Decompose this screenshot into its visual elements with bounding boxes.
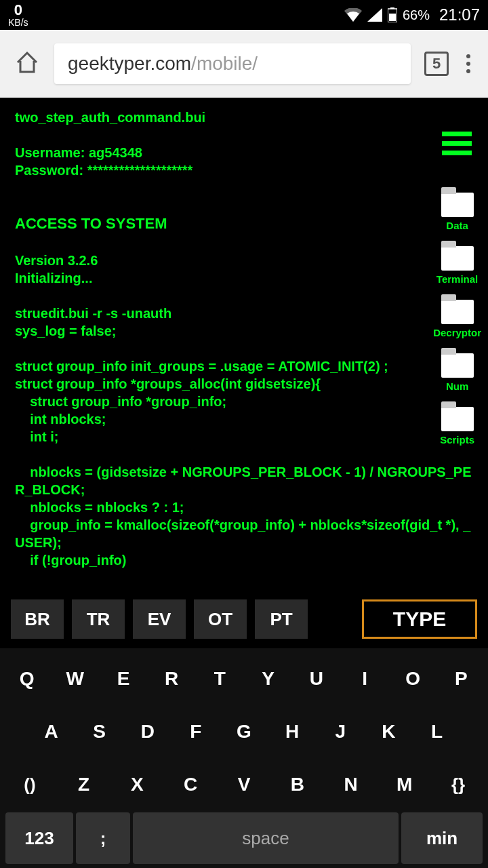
keyboard-row-1: Q W E R T Y U I O P	[3, 652, 485, 705]
key-x[interactable]: X	[110, 758, 164, 811]
key-m[interactable]: M	[378, 758, 431, 811]
folder-terminal[interactable]: Terminal	[433, 246, 481, 285]
suggest-ev[interactable]: EV	[133, 599, 186, 639]
type-button[interactable]: TYPE	[362, 599, 477, 639]
access-heading: ACCESS TO SYSTEM	[15, 215, 167, 232]
key-semicolon[interactable]: ;	[76, 812, 130, 864]
key-v[interactable]: V	[218, 758, 271, 811]
suggest-pt[interactable]: PT	[255, 599, 308, 639]
key-d[interactable]: D	[123, 705, 171, 758]
keyboard-row-2: A S D F G H J K L	[3, 705, 485, 758]
speed-value: 0	[14, 3, 22, 18]
key-i[interactable]: I	[340, 652, 388, 705]
key-q[interactable]: Q	[3, 652, 51, 705]
folder-icon	[441, 407, 474, 431]
suggest-tr[interactable]: TR	[72, 599, 125, 639]
folder-label: Scripts	[440, 434, 474, 446]
key-space[interactable]: space	[133, 812, 399, 864]
folder-icon	[441, 193, 474, 217]
soft-keyboard: Q W E R T Y U I O P A S D F G H J K L ()…	[0, 648, 488, 868]
home-icon[interactable]	[14, 49, 41, 79]
key-s[interactable]: S	[75, 705, 123, 758]
tab-count-value: 5	[432, 55, 441, 73]
key-g[interactable]: G	[220, 705, 268, 758]
speed-unit: KB/s	[8, 18, 28, 27]
folder-decryptor[interactable]: Decryptor	[433, 300, 481, 338]
folder-num[interactable]: Num	[433, 353, 481, 392]
key-e[interactable]: E	[99, 652, 147, 705]
key-braces[interactable]: {}	[431, 758, 485, 811]
folder-icon	[441, 246, 474, 271]
url-bar[interactable]: geektyper.com/mobile/	[54, 43, 411, 84]
folder-sidebar: Data Terminal Decryptor Num Scripts	[433, 193, 481, 446]
key-min[interactable]: min	[401, 812, 483, 864]
folder-scripts[interactable]: Scripts	[433, 407, 481, 446]
key-123[interactable]: 123	[5, 812, 73, 864]
android-status-bar: 0 KB/s 66% 21:07	[0, 0, 488, 30]
folder-label: Data	[446, 220, 468, 231]
key-t[interactable]: T	[196, 652, 244, 705]
folder-icon	[441, 353, 474, 378]
suggestion-bar: BR TR EV OT PT TYPE	[0, 590, 488, 648]
clock: 21:07	[439, 5, 480, 24]
signal-icon	[367, 8, 382, 22]
key-c[interactable]: C	[164, 758, 218, 811]
battery-icon	[388, 7, 397, 22]
key-k[interactable]: K	[365, 705, 413, 758]
hamburger-menu-icon[interactable]	[442, 132, 472, 155]
folder-data[interactable]: Data	[433, 193, 481, 231]
folder-icon	[441, 300, 474, 324]
key-u[interactable]: U	[292, 652, 340, 705]
key-z[interactable]: Z	[57, 758, 110, 811]
folder-label: Terminal	[436, 273, 478, 285]
network-speed: 0 KB/s	[8, 3, 28, 27]
key-o[interactable]: O	[389, 652, 437, 705]
url-domain: geektyper.com	[68, 53, 191, 75]
key-a[interactable]: A	[27, 705, 75, 758]
key-r[interactable]: R	[148, 652, 196, 705]
suggest-br[interactable]: BR	[11, 599, 64, 639]
battery-percent: 66%	[403, 7, 430, 23]
tab-count-button[interactable]: 5	[424, 52, 449, 76]
terminal-output[interactable]: two_step_auth_command.bui Username: ag54…	[15, 108, 473, 590]
key-b[interactable]: B	[270, 758, 324, 811]
browser-menu-button[interactable]	[462, 54, 474, 73]
wifi-icon	[344, 8, 362, 22]
folder-label: Decryptor	[433, 327, 481, 338]
keyboard-row-4: 123 ; space min	[3, 811, 485, 865]
page-content: Data Terminal Decryptor Num Scripts two_…	[0, 98, 488, 590]
browser-toolbar: geektyper.com/mobile/ 5	[0, 30, 488, 98]
url-path: /mobile/	[191, 53, 258, 75]
svg-rect-2	[389, 14, 396, 21]
key-n[interactable]: N	[324, 758, 378, 811]
key-h[interactable]: H	[268, 705, 317, 758]
keyboard-row-3: () Z X C V B N M {}	[3, 758, 485, 811]
key-w[interactable]: W	[51, 652, 99, 705]
key-p[interactable]: P	[437, 652, 485, 705]
status-icons: 66% 21:07	[344, 5, 480, 24]
key-parens[interactable]: ()	[3, 758, 57, 811]
key-j[interactable]: J	[317, 705, 365, 758]
suggest-ot[interactable]: OT	[194, 599, 247, 639]
folder-label: Num	[446, 380, 468, 392]
key-l[interactable]: L	[413, 705, 461, 758]
key-f[interactable]: F	[171, 705, 220, 758]
key-y[interactable]: Y	[244, 652, 292, 705]
